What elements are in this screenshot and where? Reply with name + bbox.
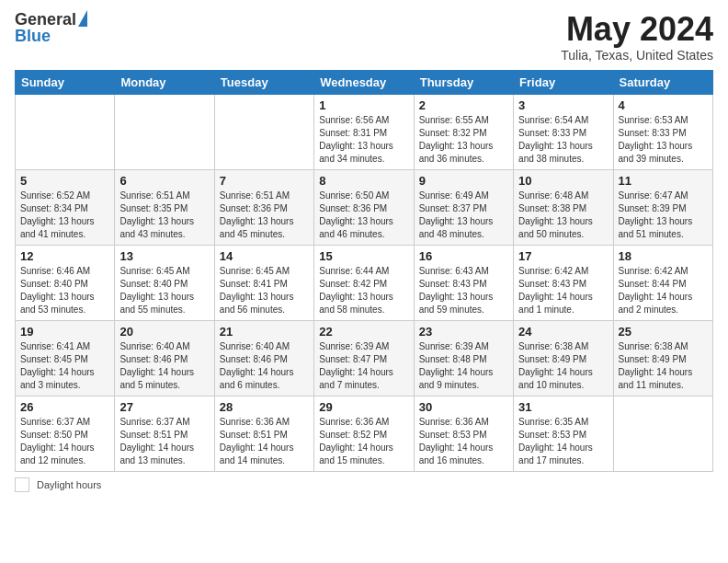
- legend-text: Daylight hours: [37, 479, 101, 490]
- day-number: 21: [220, 325, 309, 339]
- day-number: 2: [419, 98, 508, 112]
- day-info: Sunrise: 6:52 AM Sunset: 8:34 PM Dayligh…: [20, 190, 109, 241]
- day-number: 24: [518, 325, 608, 339]
- day-info: Sunrise: 6:40 AM Sunset: 8:46 PM Dayligh…: [220, 340, 309, 392]
- calendar-cell: 26Sunrise: 6:37 AM Sunset: 8:50 PM Dayli…: [16, 396, 115, 471]
- day-info: Sunrise: 6:48 AM Sunset: 8:38 PM Dayligh…: [518, 190, 608, 241]
- day-number: 5: [20, 174, 109, 188]
- calendar-cell: 27Sunrise: 6:37 AM Sunset: 8:51 PM Dayli…: [115, 396, 214, 471]
- day-number: 10: [518, 174, 608, 188]
- day-info: Sunrise: 6:51 AM Sunset: 8:35 PM Dayligh…: [119, 190, 209, 241]
- calendar-cell: 17Sunrise: 6:42 AM Sunset: 8:43 PM Dayli…: [514, 245, 613, 320]
- day-info: Sunrise: 6:53 AM Sunset: 8:33 PM Dayligh…: [619, 114, 708, 166]
- calendar-week-row: 26Sunrise: 6:37 AM Sunset: 8:50 PM Dayli…: [16, 396, 713, 471]
- calendar-cell: 3Sunrise: 6:54 AM Sunset: 8:33 PM Daylig…: [514, 94, 613, 169]
- footer-legend: Daylight hours: [15, 477, 713, 492]
- logo: General Blue: [15, 11, 87, 46]
- calendar-week-row: 12Sunrise: 6:46 AM Sunset: 8:40 PM Dayli…: [16, 245, 713, 320]
- day-number: 22: [319, 325, 408, 339]
- day-info: Sunrise: 6:37 AM Sunset: 8:50 PM Dayligh…: [20, 416, 109, 467]
- day-number: 20: [119, 325, 209, 339]
- calendar-cell: 31Sunrise: 6:35 AM Sunset: 8:53 PM Dayli…: [514, 396, 613, 471]
- calendar-cell: 19Sunrise: 6:41 AM Sunset: 8:45 PM Dayli…: [16, 320, 115, 396]
- day-number: 31: [518, 400, 608, 414]
- day-number: 30: [419, 400, 508, 414]
- day-number: 16: [419, 249, 508, 263]
- day-number: 25: [619, 325, 708, 339]
- day-info: Sunrise: 6:38 AM Sunset: 8:49 PM Dayligh…: [619, 340, 708, 392]
- day-number: 15: [319, 249, 408, 263]
- day-number: 26: [20, 400, 109, 414]
- day-info: Sunrise: 6:36 AM Sunset: 8:53 PM Dayligh…: [419, 416, 508, 467]
- logo-triangle-icon: [78, 10, 87, 27]
- day-info: Sunrise: 6:43 AM Sunset: 8:43 PM Dayligh…: [419, 265, 508, 316]
- day-info: Sunrise: 6:44 AM Sunset: 8:42 PM Dayligh…: [319, 265, 408, 316]
- calendar-cell: 5Sunrise: 6:52 AM Sunset: 8:34 PM Daylig…: [16, 169, 115, 245]
- day-info: Sunrise: 6:38 AM Sunset: 8:49 PM Dayligh…: [518, 340, 608, 392]
- location: Tulia, Texas, United States: [561, 48, 713, 63]
- day-number: 14: [220, 249, 309, 263]
- day-info: Sunrise: 6:45 AM Sunset: 8:40 PM Dayligh…: [119, 265, 209, 316]
- calendar-cell: [115, 94, 214, 169]
- calendar-cell: 18Sunrise: 6:42 AM Sunset: 8:44 PM Dayli…: [613, 245, 712, 320]
- day-info: Sunrise: 6:50 AM Sunset: 8:36 PM Dayligh…: [319, 190, 408, 241]
- day-info: Sunrise: 6:36 AM Sunset: 8:51 PM Dayligh…: [220, 416, 309, 467]
- calendar-cell: 6Sunrise: 6:51 AM Sunset: 8:35 PM Daylig…: [115, 169, 214, 245]
- calendar-cell: [214, 94, 313, 169]
- weekday-header: Wednesday: [314, 70, 414, 94]
- day-info: Sunrise: 6:51 AM Sunset: 8:36 PM Dayligh…: [220, 190, 309, 241]
- weekday-header: Thursday: [414, 70, 513, 94]
- day-number: 1: [319, 98, 408, 112]
- calendar-cell: 22Sunrise: 6:39 AM Sunset: 8:47 PM Dayli…: [314, 320, 414, 396]
- day-info: Sunrise: 6:54 AM Sunset: 8:33 PM Dayligh…: [518, 114, 608, 166]
- day-number: 8: [319, 174, 408, 188]
- calendar-cell: 2Sunrise: 6:55 AM Sunset: 8:32 PM Daylig…: [414, 94, 513, 169]
- day-info: Sunrise: 6:40 AM Sunset: 8:46 PM Dayligh…: [119, 340, 209, 392]
- day-number: 9: [419, 174, 508, 188]
- weekday-header: Sunday: [16, 70, 115, 94]
- day-number: 29: [319, 400, 408, 414]
- day-info: Sunrise: 6:56 AM Sunset: 8:31 PM Dayligh…: [319, 114, 408, 166]
- calendar-cell: 28Sunrise: 6:36 AM Sunset: 8:51 PM Dayli…: [214, 396, 313, 471]
- weekday-header: Tuesday: [214, 70, 313, 94]
- weekday-header: Saturday: [613, 70, 712, 94]
- day-number: 6: [119, 174, 209, 188]
- calendar-cell: 21Sunrise: 6:40 AM Sunset: 8:46 PM Dayli…: [214, 320, 313, 396]
- day-number: 18: [619, 249, 708, 263]
- day-number: 4: [619, 98, 708, 112]
- day-info: Sunrise: 6:42 AM Sunset: 8:44 PM Dayligh…: [619, 265, 708, 316]
- calendar-cell: 13Sunrise: 6:45 AM Sunset: 8:40 PM Dayli…: [115, 245, 214, 320]
- day-info: Sunrise: 6:49 AM Sunset: 8:37 PM Dayligh…: [419, 190, 508, 241]
- calendar-week-row: 19Sunrise: 6:41 AM Sunset: 8:45 PM Dayli…: [16, 320, 713, 396]
- page: General Blue May 2024 Tulia, Texas, Unit…: [0, 0, 728, 503]
- day-number: 12: [20, 249, 109, 263]
- day-number: 23: [419, 325, 508, 339]
- calendar-cell: 8Sunrise: 6:50 AM Sunset: 8:36 PM Daylig…: [314, 169, 414, 245]
- day-number: 11: [619, 174, 708, 188]
- calendar-cell: [613, 396, 712, 471]
- calendar-cell: 30Sunrise: 6:36 AM Sunset: 8:53 PM Dayli…: [414, 396, 513, 471]
- day-number: 27: [119, 400, 209, 414]
- calendar-cell: 25Sunrise: 6:38 AM Sunset: 8:49 PM Dayli…: [613, 320, 712, 396]
- calendar-cell: 20Sunrise: 6:40 AM Sunset: 8:46 PM Dayli…: [115, 320, 214, 396]
- calendar-cell: 4Sunrise: 6:53 AM Sunset: 8:33 PM Daylig…: [613, 94, 712, 169]
- calendar-week-row: 1Sunrise: 6:56 AM Sunset: 8:31 PM Daylig…: [16, 94, 713, 169]
- day-info: Sunrise: 6:45 AM Sunset: 8:41 PM Dayligh…: [220, 265, 309, 316]
- calendar-cell: 10Sunrise: 6:48 AM Sunset: 8:38 PM Dayli…: [514, 169, 613, 245]
- calendar-cell: 24Sunrise: 6:38 AM Sunset: 8:49 PM Dayli…: [514, 320, 613, 396]
- day-info: Sunrise: 6:47 AM Sunset: 8:39 PM Dayligh…: [619, 190, 708, 241]
- calendar-cell: 12Sunrise: 6:46 AM Sunset: 8:40 PM Dayli…: [16, 245, 115, 320]
- calendar-cell: [16, 94, 115, 169]
- calendar-cell: 11Sunrise: 6:47 AM Sunset: 8:39 PM Dayli…: [613, 169, 712, 245]
- day-info: Sunrise: 6:35 AM Sunset: 8:53 PM Dayligh…: [518, 416, 608, 467]
- day-info: Sunrise: 6:39 AM Sunset: 8:47 PM Dayligh…: [319, 340, 408, 392]
- calendar-cell: 14Sunrise: 6:45 AM Sunset: 8:41 PM Dayli…: [214, 245, 313, 320]
- day-info: Sunrise: 6:37 AM Sunset: 8:51 PM Dayligh…: [119, 416, 209, 467]
- month-title: May 2024: [561, 11, 713, 48]
- logo-blue: Blue: [15, 28, 51, 46]
- calendar-header-row: SundayMondayTuesdayWednesdayThursdayFrid…: [16, 70, 713, 94]
- day-info: Sunrise: 6:42 AM Sunset: 8:43 PM Dayligh…: [518, 265, 608, 316]
- weekday-header: Friday: [514, 70, 613, 94]
- calendar-cell: 23Sunrise: 6:39 AM Sunset: 8:48 PM Dayli…: [414, 320, 513, 396]
- calendar-table: SundayMondayTuesdayWednesdayThursdayFrid…: [15, 70, 713, 472]
